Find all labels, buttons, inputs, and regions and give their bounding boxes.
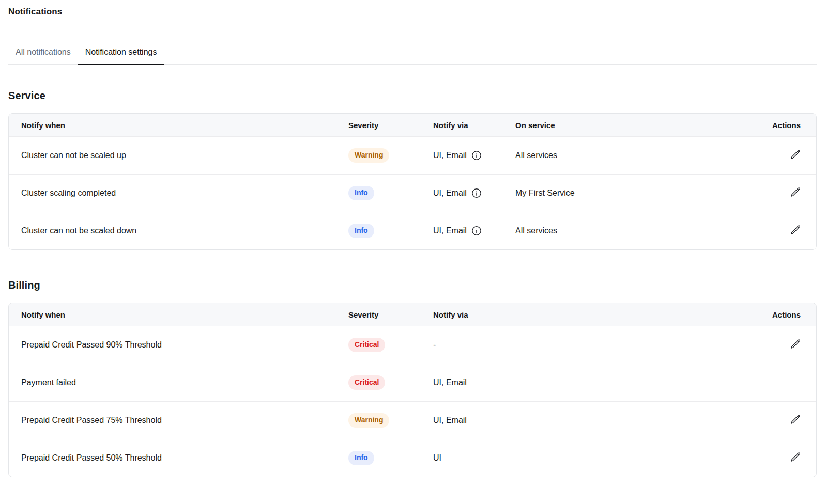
section-title-billing: Billing xyxy=(8,279,817,291)
page-header: Notifications xyxy=(0,0,827,24)
info-icon[interactable] xyxy=(471,150,482,161)
table-row: Payment failed Critical UI, Email xyxy=(9,364,816,401)
notify-when-cell: Prepaid Credit Passed 50% Threshold xyxy=(21,453,348,463)
table-header-row: Notify when Severity Notify via On servi… xyxy=(9,114,816,136)
edit-row-button[interactable] xyxy=(790,452,801,462)
notify-via-text: UI, Email xyxy=(433,151,467,160)
notify-when-cell: Cluster can not be scaled down xyxy=(21,226,348,235)
tab-all-notifications[interactable]: All notifications xyxy=(8,48,78,65)
severity-cell: Info xyxy=(348,224,433,238)
severity-badge: Info xyxy=(348,224,374,238)
severity-cell: Critical xyxy=(348,375,433,389)
severity-badge: Critical xyxy=(348,375,385,389)
severity-badge: Critical xyxy=(348,338,385,352)
table-row: Prepaid Credit Passed 50% Threshold Info… xyxy=(9,439,816,477)
notify-via-cell: UI, Email xyxy=(433,378,751,387)
on-service-cell: All services xyxy=(515,226,751,235)
page-title: Notifications xyxy=(8,7,819,17)
on-service-cell: All services xyxy=(515,151,751,160)
notify-when-cell: Prepaid Credit Passed 75% Threshold xyxy=(21,416,348,425)
table-row: Cluster can not be scaled up Warning UI,… xyxy=(9,136,816,174)
severity-badge: Warning xyxy=(348,413,389,427)
severity-cell: Warning xyxy=(348,148,433,162)
info-icon[interactable] xyxy=(471,188,482,198)
notify-via-cell: UI, Email xyxy=(433,416,751,425)
notify-via-text: UI xyxy=(433,453,441,463)
severity-cell: Info xyxy=(348,451,433,465)
tab-bar: All notifications Notification settings xyxy=(8,47,817,65)
notify-via-text: - xyxy=(433,340,436,350)
edit-row-button[interactable] xyxy=(790,414,801,424)
edit-row-button[interactable] xyxy=(790,149,801,160)
col-header-severity: Severity xyxy=(348,310,433,319)
notify-via-cell: UI, Email xyxy=(433,188,515,198)
col-header-notify-when: Notify when xyxy=(21,310,348,319)
notify-via-text: UI, Email xyxy=(433,378,467,387)
col-header-notify-via: Notify via xyxy=(433,121,515,130)
tab-notification-settings[interactable]: Notification settings xyxy=(78,48,164,65)
col-header-actions: Actions xyxy=(772,121,801,130)
main-content: Service Notify when Severity Notify via … xyxy=(0,90,827,477)
pencil-icon xyxy=(790,339,801,349)
col-header-actions: Actions xyxy=(772,310,801,319)
billing-notifications-table: Notify when Severity Notify via Actions … xyxy=(8,303,817,477)
notify-via-text: UI, Email xyxy=(433,416,467,425)
severity-cell: Warning xyxy=(348,413,433,427)
notify-via-cell: UI, Email xyxy=(433,150,515,161)
col-header-on-service: On service xyxy=(515,121,751,130)
notify-via-cell: - xyxy=(433,340,751,350)
notify-via-text: UI, Email xyxy=(433,188,467,198)
notify-via-cell: UI, Email xyxy=(433,226,515,236)
table-header-row: Notify when Severity Notify via Actions xyxy=(9,303,816,326)
notify-when-cell: Payment failed xyxy=(21,378,348,387)
severity-cell: Critical xyxy=(348,338,433,352)
notify-when-cell: Cluster can not be scaled up xyxy=(21,151,348,160)
section-title-service: Service xyxy=(8,90,817,102)
table-row: Prepaid Credit Passed 75% Threshold Warn… xyxy=(9,401,816,439)
severity-badge: Info xyxy=(348,186,374,200)
edit-row-button[interactable] xyxy=(790,225,801,235)
pencil-icon xyxy=(790,414,801,424)
edit-row-button[interactable] xyxy=(790,339,801,349)
severity-cell: Info xyxy=(348,186,433,200)
pencil-icon xyxy=(790,452,801,462)
on-service-cell: My First Service xyxy=(515,188,751,198)
service-notifications-table: Notify when Severity Notify via On servi… xyxy=(8,113,817,250)
table-row: Cluster can not be scaled down Info UI, … xyxy=(9,212,816,249)
edit-row-button[interactable] xyxy=(790,187,801,197)
notify-when-cell: Prepaid Credit Passed 90% Threshold xyxy=(21,340,348,350)
severity-badge: Info xyxy=(348,451,374,465)
col-header-notify-when: Notify when xyxy=(21,121,348,130)
table-row: Cluster scaling completed Info UI, Email… xyxy=(9,174,816,212)
notify-via-cell: UI xyxy=(433,453,751,463)
pencil-icon xyxy=(790,225,801,235)
info-icon[interactable] xyxy=(471,226,482,236)
notify-when-cell: Cluster scaling completed xyxy=(21,188,348,198)
severity-badge: Warning xyxy=(348,148,389,162)
notify-via-text: UI, Email xyxy=(433,226,467,235)
pencil-icon xyxy=(790,187,801,197)
col-header-notify-via: Notify via xyxy=(433,310,751,319)
table-row: Prepaid Credit Passed 90% Threshold Crit… xyxy=(9,326,816,364)
pencil-icon xyxy=(790,149,801,160)
col-header-severity: Severity xyxy=(348,121,433,130)
